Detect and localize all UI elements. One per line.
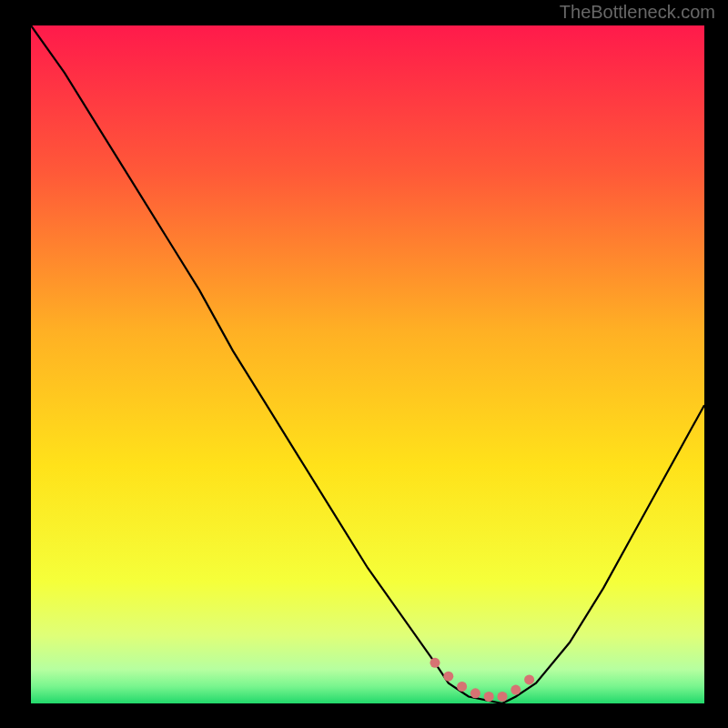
marker-point [430, 658, 440, 668]
marker-point [484, 692, 494, 702]
bottleneck-curve [31, 25, 704, 703]
marker-point [443, 672, 453, 682]
chart-container: TheBottleneck.com [0, 0, 728, 728]
marker-point [470, 688, 480, 698]
watermark-text: TheBottleneck.com [560, 2, 715, 23]
marker-point [511, 685, 521, 695]
marker-point [498, 692, 508, 702]
marker-point [524, 674, 534, 684]
marker-point [457, 682, 467, 692]
plot-area [31, 25, 704, 703]
